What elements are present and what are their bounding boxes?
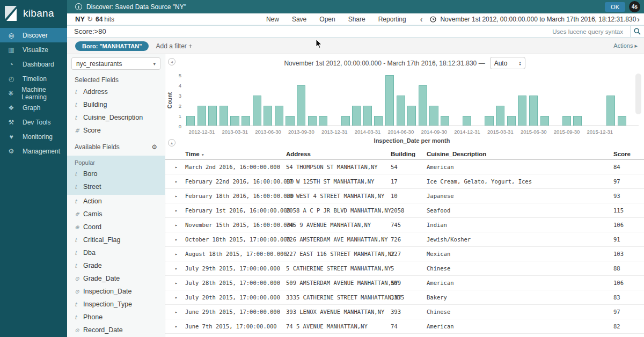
expand-row-icon[interactable]: ▸	[174, 179, 185, 184]
histogram-bar-2015-02[interactable]	[485, 116, 493, 126]
histogram-bar-2014-10[interactable]	[441, 116, 449, 126]
expand-row-icon[interactable]: ▸	[174, 324, 185, 329]
time-range-picker[interactable]: November 1st 2012, 00:00:00.000 to March…	[430, 16, 636, 23]
histogram-bar-2013-06[interactable]	[264, 106, 272, 126]
scrollbar-thumb[interactable]	[635, 74, 641, 114]
histogram-bar-2014-07[interactable]	[407, 106, 416, 126]
histogram-bar-2016-01[interactable]	[606, 96, 615, 126]
histogram-bar-2014-05[interactable]	[385, 75, 394, 126]
table-row[interactable]: ▸ March 2nd 2016, 16:00:00.000 54 THOMPS…	[165, 160, 644, 174]
nav-item-timelion[interactable]: ◴ Timelion	[0, 71, 67, 86]
histogram-bar-2013-10[interactable]	[308, 116, 317, 126]
histogram-bar-2013-08[interactable]	[286, 116, 294, 126]
ok-button[interactable]: OK	[605, 2, 625, 12]
histogram-bar-2013-02[interactable]	[219, 106, 228, 126]
field-dba[interactable]: t Dba	[67, 246, 165, 259]
menu-item-new[interactable]: New	[266, 16, 279, 23]
column-header-time[interactable]: Time▾	[185, 151, 286, 157]
nav-item-graph[interactable]: ❖ Graph	[0, 100, 67, 115]
field-grade-date[interactable]: ⊙ Grade_Date	[67, 272, 165, 285]
table-row[interactable]: ▸ June 7th 2015, 17:00:00.000 74 5 AVENU…	[165, 319, 644, 334]
table-row[interactable]: ▸ February 1st 2016, 16:00:00.000 2058 A…	[165, 203, 644, 218]
menu-item-share[interactable]: Share	[348, 16, 365, 23]
menu-item-save[interactable]: Save	[292, 16, 306, 23]
histogram-bar-2014-04[interactable]	[374, 116, 383, 126]
histogram-bar-2014-12[interactable]	[463, 116, 471, 126]
interval-select[interactable]: Auto ▴▾	[490, 57, 525, 69]
field-cuisine-description[interactable]: t Cuisine_Description	[67, 111, 165, 124]
histogram-bar-2015-10[interactable]	[573, 116, 582, 126]
field-score[interactable]: # Score	[67, 124, 165, 137]
field-settings-gear-icon[interactable]: ⚙	[151, 143, 157, 151]
column-header-building[interactable]: Building	[391, 151, 427, 157]
expand-row-icon[interactable]: ▸	[174, 310, 185, 314]
menu-item-open[interactable]: Open	[319, 16, 335, 23]
expand-row-icon[interactable]: ▸	[174, 266, 185, 271]
field-record-date[interactable]: ⊙ Record_Date	[67, 324, 165, 336]
histogram-bar-2013-04[interactable]	[241, 116, 250, 126]
filter-actions-link[interactable]: Actions ▸	[613, 42, 638, 49]
time-prev-chevron-icon[interactable]: ‹	[420, 15, 423, 24]
expand-row-icon[interactable]: ▸	[174, 208, 185, 213]
histogram-bar-2013-01[interactable]	[208, 106, 217, 126]
histogram-bar-2015-04[interactable]	[507, 116, 516, 126]
histogram-bar-2015-07[interactable]	[540, 116, 549, 126]
table-row[interactable]: ▸ October 18th 2015, 17:00:00.000 726 AM…	[165, 232, 644, 247]
expand-row-icon[interactable]: ▸	[174, 252, 185, 257]
menu-item-reporting[interactable]: Reporting	[378, 16, 406, 23]
nav-item-dashboard[interactable]: ◔ Dashboard	[0, 57, 67, 71]
histogram-bar-2014-06[interactable]	[397, 96, 405, 126]
column-header-score[interactable]: Score	[613, 151, 644, 157]
add-filter-button[interactable]: Add a filter +	[156, 42, 192, 50]
histogram-bar-2013-07[interactable]	[275, 106, 283, 126]
expand-row-icon[interactable]: ▸	[174, 165, 185, 170]
histogram-bar-2013-09[interactable]	[297, 85, 305, 126]
field-action[interactable]: t Action	[67, 195, 165, 208]
nav-item-dev-tools[interactable]: ⚒ Dev Tools	[0, 115, 67, 129]
table-row[interactable]: ▸ February 18th 2016, 16:00:00.000 10 WE…	[165, 189, 644, 203]
table-row[interactable]: ▸ August 18th 2015, 17:00:00.000 227 EAS…	[165, 247, 644, 261]
collapse-chart-button[interactable]: ▴	[168, 139, 175, 146]
kibana-logo[interactable]: kibana	[0, 0, 67, 28]
histogram-bar-2014-08[interactable]	[419, 85, 427, 126]
expand-row-icon[interactable]: ▸	[174, 295, 185, 300]
nav-item-machine-learning[interactable]: ❋ Machine Learning	[0, 86, 67, 100]
field-camis[interactable]: # Camis	[67, 208, 165, 221]
histogram-bar-2016-02[interactable]	[618, 116, 626, 126]
expand-row-icon[interactable]: ▸	[174, 281, 185, 285]
search-input[interactable]	[67, 26, 552, 37]
column-header-address[interactable]: Address	[286, 151, 391, 157]
lucene-syntax-link[interactable]: Uses lucene query syntax	[552, 26, 630, 37]
histogram-bar-2015-05[interactable]	[518, 96, 526, 126]
histogram-bar-2015-09[interactable]	[562, 116, 571, 126]
nav-item-monitoring[interactable]: ♥ Monitoring	[0, 129, 67, 144]
table-row[interactable]: ▸ July 20th 2015, 17:00:00.000 3335 CATH…	[165, 290, 644, 305]
histogram-bar-2014-09[interactable]	[429, 106, 438, 126]
field-critical-flag[interactable]: t Critical_Flag	[67, 233, 165, 246]
field-inspection-date[interactable]: ⊙ Inspection_Date	[67, 285, 165, 298]
field-building[interactable]: t Building	[67, 98, 165, 111]
histogram-bar-2014-02[interactable]	[352, 106, 361, 126]
histogram-bar-2013-11[interactable]	[319, 116, 327, 126]
expand-row-icon[interactable]: ▸	[174, 237, 185, 242]
field-phone[interactable]: t Phone	[67, 311, 165, 324]
table-row[interactable]: ▸ February 22nd 2016, 16:00:00.000 17 W …	[165, 174, 644, 189]
field-boro[interactable]: t Boro	[67, 167, 165, 180]
histogram-bar-2012-11[interactable]	[186, 116, 195, 126]
field-address[interactable]: t Address	[67, 85, 165, 98]
expand-row-icon[interactable]: ▸	[174, 223, 185, 228]
table-row[interactable]: ▸ November 15th 2015, 16:00:00.000 745 9…	[165, 218, 644, 232]
refresh-icon[interactable]: ↻	[87, 15, 93, 23]
table-row[interactable]: ▸ June 29th 2015, 17:00:00.000 393 LENOX…	[165, 305, 644, 319]
nav-item-visualize[interactable]: ▥ Visualize	[0, 42, 67, 57]
histogram-bar-2013-05[interactable]	[253, 96, 261, 126]
histogram-bar-2013-03[interactable]	[230, 116, 239, 126]
histogram-bar-2012-12[interactable]	[197, 106, 206, 126]
nav-item-discover[interactable]: ◎ Discover	[0, 28, 67, 42]
field-grade[interactable]: t Grade	[67, 259, 165, 272]
filter-pill-boro-manhattan[interactable]: Boro: "MANHATTAN"	[75, 41, 149, 51]
histogram-bar-2014-01[interactable]	[341, 116, 350, 126]
field-street[interactable]: t Street	[67, 180, 165, 193]
time-next-chevron-icon[interactable]: ›	[637, 15, 640, 24]
table-row[interactable]: ▸ July 28th 2015, 17:00:00.000 509 AMSTE…	[165, 276, 644, 290]
